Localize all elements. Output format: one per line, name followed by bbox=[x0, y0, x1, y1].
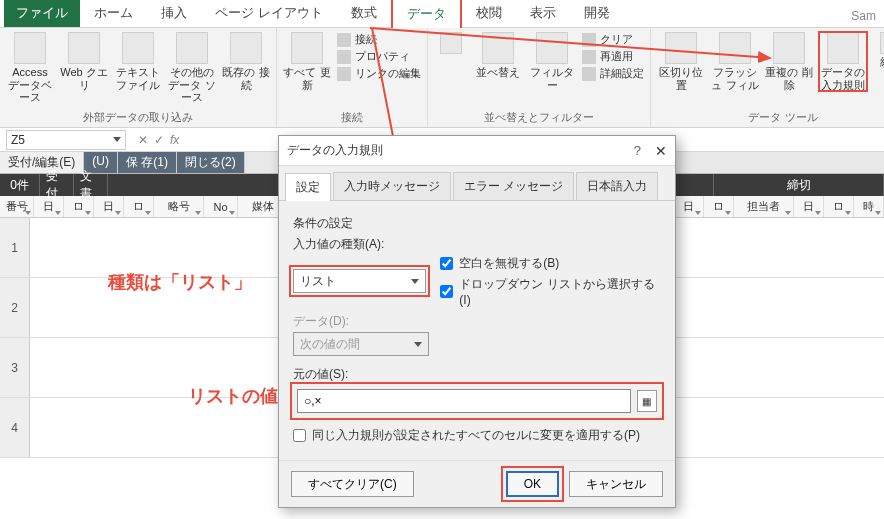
hdr-doc: 文書 bbox=[74, 174, 108, 196]
btn-connections[interactable]: 接続 bbox=[337, 32, 421, 47]
sc-dr2[interactable]: ロ bbox=[704, 196, 734, 217]
dlg-tab-settings[interactable]: 設定 bbox=[285, 173, 331, 201]
dialog-body: 条件の設定 入力値の種類(A): リスト 空白を無視する(B) ドロップダウン … bbox=[279, 201, 675, 460]
ct-save[interactable]: 保 存(1) bbox=[118, 152, 177, 173]
sc-dr4[interactable]: ロ bbox=[824, 196, 854, 217]
btn-datavalidation[interactable]: データの 入力規則 bbox=[819, 32, 867, 91]
dialog-tabs: 設定 入力時メッセージ エラー メッセージ 日本語入力 bbox=[279, 166, 675, 201]
sc-no[interactable]: No bbox=[204, 196, 238, 217]
close-icon[interactable]: ✕ bbox=[655, 143, 667, 159]
sc-d1[interactable]: 日 bbox=[34, 196, 64, 217]
tab-insert[interactable]: 挿入 bbox=[147, 0, 201, 27]
btn-flashfill[interactable]: フラッシュ フィル bbox=[711, 32, 759, 91]
tab-data[interactable]: データ bbox=[391, 0, 462, 28]
ct-edit[interactable]: 受付/編集(E) bbox=[0, 152, 84, 173]
ribbon-body: Access データベース Web クエリ テキスト ファイル その他の データ… bbox=[0, 28, 884, 128]
allow-combo[interactable]: リスト bbox=[293, 269, 426, 293]
hdr-recv: 受付 bbox=[40, 174, 74, 196]
btn-editlinks[interactable]: リンクの編集 bbox=[337, 66, 421, 81]
clear-all-button[interactable]: すべてクリア(C) bbox=[291, 471, 414, 497]
sc-dr3[interactable]: 日 bbox=[794, 196, 824, 217]
group-label-connections: 接続 bbox=[283, 108, 421, 125]
dlg-tab-errmsg[interactable]: エラー メッセージ bbox=[453, 172, 574, 200]
source-wrap: ▦ bbox=[293, 385, 661, 417]
tab-view[interactable]: 表示 bbox=[516, 0, 570, 27]
hdr-deadline: 締切 bbox=[714, 174, 884, 196]
btn-advanced[interactable]: 詳細設定 bbox=[582, 66, 644, 81]
cancel-button[interactable]: キャンセル bbox=[569, 471, 663, 497]
btn-integrate[interactable]: 統合 bbox=[873, 32, 884, 69]
btn-filter[interactable]: フィルター bbox=[528, 32, 576, 91]
group-sort: 並べ替え フィルター クリア 再適用 詳細設定 並べ替えとフィルター bbox=[428, 28, 651, 127]
tab-formulas[interactable]: 数式 bbox=[337, 0, 391, 27]
sc-d2[interactable]: 日 bbox=[94, 196, 124, 217]
ribbon-tabs: ファイル ホーム 挿入 ページ レイアウト 数式 データ 校閲 表示 開発 Sa… bbox=[0, 0, 884, 28]
btn-other[interactable]: その他の データ ソース bbox=[168, 32, 216, 104]
sc-owner[interactable]: 担当者 bbox=[734, 196, 794, 217]
data-label: データ(D): bbox=[293, 313, 661, 330]
btn-sort-az[interactable] bbox=[434, 32, 468, 56]
btn-existing[interactable]: 既存の 接続 bbox=[222, 32, 270, 91]
group-label-datatools: データ ツール bbox=[657, 108, 884, 125]
data-combo: 次の値の間 bbox=[293, 332, 429, 356]
btn-sort[interactable]: 並べ替え bbox=[474, 32, 522, 79]
group-connections: すべて 更新 接続 プロパティ リンクの編集 接続 bbox=[277, 28, 428, 127]
source-label: 元の値(S): bbox=[293, 366, 661, 383]
cancel-icon[interactable]: ✕ bbox=[138, 133, 148, 147]
allow-label: 入力値の種類(A): bbox=[293, 236, 661, 253]
chk-dropdown[interactable]: ドロップダウン リストから選択する(I) bbox=[440, 276, 661, 307]
section-label: 条件の設定 bbox=[293, 215, 661, 232]
tab-review[interactable]: 校閲 bbox=[462, 0, 516, 27]
chk-ignore-blank[interactable]: 空白を無視する(B) bbox=[440, 255, 661, 272]
btn-refresh-all[interactable]: すべて 更新 bbox=[283, 32, 331, 91]
file-tab[interactable]: ファイル bbox=[4, 0, 80, 27]
btn-access[interactable]: Access データベース bbox=[6, 32, 54, 104]
tab-home[interactable]: ホーム bbox=[80, 0, 147, 27]
data-validation-dialog: データの入力規則 ? ✕ 設定 入力時メッセージ エラー メッセージ 日本語入力… bbox=[278, 135, 676, 508]
group-external: Access データベース Web クエリ テキスト ファイル その他の データ… bbox=[0, 28, 277, 127]
btn-web[interactable]: Web クエリ bbox=[60, 32, 108, 91]
help-icon[interactable]: ? bbox=[634, 143, 641, 158]
dialog-titlebar: データの入力規則 ? ✕ bbox=[279, 136, 675, 166]
dlg-tab-inputmsg[interactable]: 入力時メッセージ bbox=[333, 172, 451, 200]
sc-dr1[interactable]: 日 bbox=[674, 196, 704, 217]
group-label-sort: 並べ替えとフィルター bbox=[434, 108, 644, 125]
dialog-actions: すべてクリア(C) OK キャンセル bbox=[279, 460, 675, 507]
name-box[interactable]: Z5 bbox=[6, 130, 126, 150]
tab-pagelayout[interactable]: ページ レイアウト bbox=[201, 0, 337, 27]
btn-removedup[interactable]: 重複の 削除 bbox=[765, 32, 813, 91]
dialog-title: データの入力規則 bbox=[287, 142, 383, 159]
hdr-count: 0件 bbox=[0, 174, 40, 196]
title-suffix: Sam bbox=[843, 5, 884, 27]
tab-developer[interactable]: 開発 bbox=[570, 0, 624, 27]
sc-abbr[interactable]: 略号 bbox=[154, 196, 204, 217]
chk-apply-all[interactable]: 同じ入力規則が設定されたすべてのセルに変更を適用する(P) bbox=[293, 427, 661, 444]
ct-close[interactable]: 閉じる(2) bbox=[177, 152, 245, 173]
sc-r1[interactable]: ロ bbox=[64, 196, 94, 217]
btn-text[interactable]: テキスト ファイル bbox=[114, 32, 162, 91]
fx-icon[interactable]: fx bbox=[170, 133, 179, 147]
chevron-down-icon bbox=[411, 279, 419, 284]
group-datatools: 区切り位置 フラッシュ フィル 重複の 削除 データの 入力規則 統合 データ … bbox=[651, 28, 884, 127]
btn-texttocolumns[interactable]: 区切り位置 bbox=[657, 32, 705, 91]
ok-button[interactable]: OK bbox=[506, 471, 559, 497]
dlg-tab-ime[interactable]: 日本語入力 bbox=[576, 172, 658, 200]
range-picker-icon[interactable]: ▦ bbox=[637, 390, 657, 412]
source-input[interactable] bbox=[297, 389, 631, 413]
chevron-down-icon bbox=[113, 137, 121, 142]
sc-dr5[interactable]: 時 bbox=[854, 196, 884, 217]
sc-r2[interactable]: ロ bbox=[124, 196, 154, 217]
btn-properties[interactable]: プロパティ bbox=[337, 49, 421, 64]
enter-icon[interactable]: ✓ bbox=[154, 133, 164, 147]
group-label-external: 外部データの取り込み bbox=[6, 108, 270, 125]
sc-num[interactable]: 番号 bbox=[0, 196, 34, 217]
btn-reapply[interactable]: 再適用 bbox=[582, 49, 644, 64]
btn-clear[interactable]: クリア bbox=[582, 32, 644, 47]
